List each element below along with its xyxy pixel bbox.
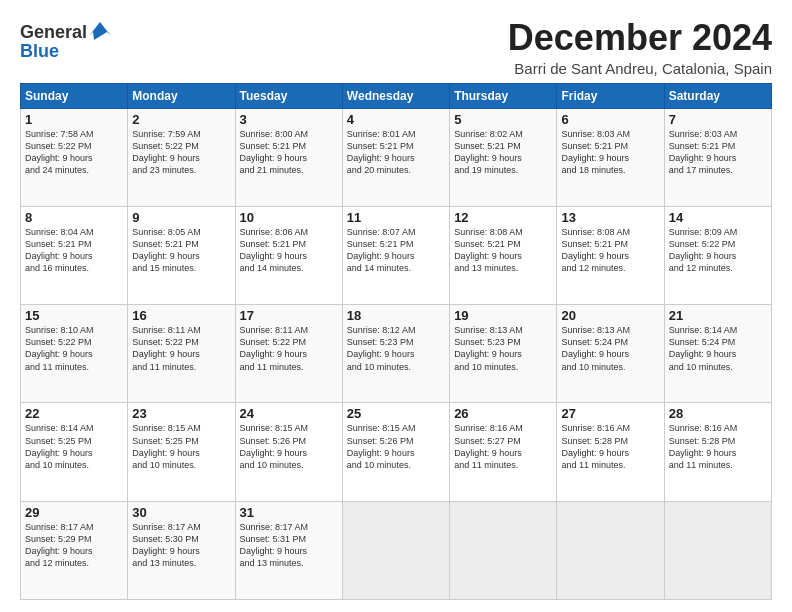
day-info: Sunrise: 8:11 AM Sunset: 5:22 PM Dayligh… — [132, 324, 230, 373]
day-info: Sunrise: 8:05 AM Sunset: 5:21 PM Dayligh… — [132, 226, 230, 275]
day-info: Sunrise: 8:00 AM Sunset: 5:21 PM Dayligh… — [240, 128, 338, 177]
calendar-cell: 21Sunrise: 8:14 AM Sunset: 5:24 PM Dayli… — [664, 305, 771, 403]
day-number: 17 — [240, 308, 338, 323]
calendar-cell: 17Sunrise: 8:11 AM Sunset: 5:22 PM Dayli… — [235, 305, 342, 403]
day-info: Sunrise: 8:01 AM Sunset: 5:21 PM Dayligh… — [347, 128, 445, 177]
day-number: 21 — [669, 308, 767, 323]
day-info: Sunrise: 8:11 AM Sunset: 5:22 PM Dayligh… — [240, 324, 338, 373]
day-info: Sunrise: 8:07 AM Sunset: 5:21 PM Dayligh… — [347, 226, 445, 275]
day-number: 27 — [561, 406, 659, 421]
day-info: Sunrise: 8:17 AM Sunset: 5:31 PM Dayligh… — [240, 521, 338, 570]
page: General Blue December 2024 Barri de Sant… — [0, 0, 792, 612]
day-number: 16 — [132, 308, 230, 323]
header-monday: Monday — [128, 83, 235, 108]
calendar-cell: 27Sunrise: 8:16 AM Sunset: 5:28 PM Dayli… — [557, 403, 664, 501]
header-friday: Friday — [557, 83, 664, 108]
calendar-cell — [450, 501, 557, 599]
calendar-cell — [664, 501, 771, 599]
day-number: 2 — [132, 112, 230, 127]
day-info: Sunrise: 8:16 AM Sunset: 5:27 PM Dayligh… — [454, 422, 552, 471]
title-block: December 2024 Barri de Sant Andreu, Cata… — [508, 18, 772, 77]
day-info: Sunrise: 8:16 AM Sunset: 5:28 PM Dayligh… — [561, 422, 659, 471]
day-info: Sunrise: 8:09 AM Sunset: 5:22 PM Dayligh… — [669, 226, 767, 275]
day-number: 20 — [561, 308, 659, 323]
day-info: Sunrise: 8:04 AM Sunset: 5:21 PM Dayligh… — [25, 226, 123, 275]
header-saturday: Saturday — [664, 83, 771, 108]
day-number: 14 — [669, 210, 767, 225]
calendar-cell: 25Sunrise: 8:15 AM Sunset: 5:26 PM Dayli… — [342, 403, 449, 501]
calendar-cell: 26Sunrise: 8:16 AM Sunset: 5:27 PM Dayli… — [450, 403, 557, 501]
calendar-cell: 8Sunrise: 8:04 AM Sunset: 5:21 PM Daylig… — [21, 206, 128, 304]
day-info: Sunrise: 7:59 AM Sunset: 5:22 PM Dayligh… — [132, 128, 230, 177]
calendar-week-3: 15Sunrise: 8:10 AM Sunset: 5:22 PM Dayli… — [21, 305, 772, 403]
header: General Blue December 2024 Barri de Sant… — [20, 18, 772, 77]
main-title: December 2024 — [508, 18, 772, 58]
logo: General Blue — [20, 22, 111, 62]
calendar-cell: 29Sunrise: 8:17 AM Sunset: 5:29 PM Dayli… — [21, 501, 128, 599]
day-number: 10 — [240, 210, 338, 225]
calendar-cell: 10Sunrise: 8:06 AM Sunset: 5:21 PM Dayli… — [235, 206, 342, 304]
calendar-cell — [342, 501, 449, 599]
day-info: Sunrise: 8:15 AM Sunset: 5:26 PM Dayligh… — [240, 422, 338, 471]
calendar-cell: 11Sunrise: 8:07 AM Sunset: 5:21 PM Dayli… — [342, 206, 449, 304]
calendar-cell: 4Sunrise: 8:01 AM Sunset: 5:21 PM Daylig… — [342, 108, 449, 206]
header-thursday: Thursday — [450, 83, 557, 108]
calendar-cell: 20Sunrise: 8:13 AM Sunset: 5:24 PM Dayli… — [557, 305, 664, 403]
svg-marker-0 — [89, 22, 111, 40]
day-number: 1 — [25, 112, 123, 127]
calendar-cell: 5Sunrise: 8:02 AM Sunset: 5:21 PM Daylig… — [450, 108, 557, 206]
calendar-week-1: 1Sunrise: 7:58 AM Sunset: 5:22 PM Daylig… — [21, 108, 772, 206]
day-number: 15 — [25, 308, 123, 323]
day-info: Sunrise: 8:06 AM Sunset: 5:21 PM Dayligh… — [240, 226, 338, 275]
day-number: 11 — [347, 210, 445, 225]
day-number: 9 — [132, 210, 230, 225]
calendar-cell: 19Sunrise: 8:13 AM Sunset: 5:23 PM Dayli… — [450, 305, 557, 403]
calendar-table: Sunday Monday Tuesday Wednesday Thursday… — [20, 83, 772, 600]
day-number: 29 — [25, 505, 123, 520]
subtitle: Barri de Sant Andreu, Catalonia, Spain — [508, 60, 772, 77]
calendar-cell: 7Sunrise: 8:03 AM Sunset: 5:21 PM Daylig… — [664, 108, 771, 206]
day-number: 13 — [561, 210, 659, 225]
calendar-week-5: 29Sunrise: 8:17 AM Sunset: 5:29 PM Dayli… — [21, 501, 772, 599]
logo-blue: Blue — [20, 41, 59, 62]
day-info: Sunrise: 8:03 AM Sunset: 5:21 PM Dayligh… — [561, 128, 659, 177]
day-info: Sunrise: 8:02 AM Sunset: 5:21 PM Dayligh… — [454, 128, 552, 177]
day-number: 28 — [669, 406, 767, 421]
calendar-cell: 30Sunrise: 8:17 AM Sunset: 5:30 PM Dayli… — [128, 501, 235, 599]
day-number: 7 — [669, 112, 767, 127]
day-info: Sunrise: 8:16 AM Sunset: 5:28 PM Dayligh… — [669, 422, 767, 471]
calendar-cell: 23Sunrise: 8:15 AM Sunset: 5:25 PM Dayli… — [128, 403, 235, 501]
day-number: 26 — [454, 406, 552, 421]
day-number: 6 — [561, 112, 659, 127]
day-info: Sunrise: 8:12 AM Sunset: 5:23 PM Dayligh… — [347, 324, 445, 373]
calendar-cell: 12Sunrise: 8:08 AM Sunset: 5:21 PM Dayli… — [450, 206, 557, 304]
day-info: Sunrise: 8:13 AM Sunset: 5:24 PM Dayligh… — [561, 324, 659, 373]
calendar-cell: 9Sunrise: 8:05 AM Sunset: 5:21 PM Daylig… — [128, 206, 235, 304]
day-number: 31 — [240, 505, 338, 520]
day-info: Sunrise: 8:08 AM Sunset: 5:21 PM Dayligh… — [454, 226, 552, 275]
day-number: 25 — [347, 406, 445, 421]
calendar-cell: 13Sunrise: 8:08 AM Sunset: 5:21 PM Dayli… — [557, 206, 664, 304]
day-number: 24 — [240, 406, 338, 421]
day-info: Sunrise: 8:17 AM Sunset: 5:29 PM Dayligh… — [25, 521, 123, 570]
day-number: 4 — [347, 112, 445, 127]
calendar-week-4: 22Sunrise: 8:14 AM Sunset: 5:25 PM Dayli… — [21, 403, 772, 501]
day-info: Sunrise: 7:58 AM Sunset: 5:22 PM Dayligh… — [25, 128, 123, 177]
header-wednesday: Wednesday — [342, 83, 449, 108]
day-info: Sunrise: 8:14 AM Sunset: 5:24 PM Dayligh… — [669, 324, 767, 373]
calendar-cell: 14Sunrise: 8:09 AM Sunset: 5:22 PM Dayli… — [664, 206, 771, 304]
day-info: Sunrise: 8:03 AM Sunset: 5:21 PM Dayligh… — [669, 128, 767, 177]
day-number: 22 — [25, 406, 123, 421]
header-sunday: Sunday — [21, 83, 128, 108]
calendar-cell: 18Sunrise: 8:12 AM Sunset: 5:23 PM Dayli… — [342, 305, 449, 403]
day-info: Sunrise: 8:08 AM Sunset: 5:21 PM Dayligh… — [561, 226, 659, 275]
header-tuesday: Tuesday — [235, 83, 342, 108]
day-info: Sunrise: 8:15 AM Sunset: 5:26 PM Dayligh… — [347, 422, 445, 471]
day-number: 30 — [132, 505, 230, 520]
day-info: Sunrise: 8:10 AM Sunset: 5:22 PM Dayligh… — [25, 324, 123, 373]
calendar-cell: 1Sunrise: 7:58 AM Sunset: 5:22 PM Daylig… — [21, 108, 128, 206]
calendar-cell: 6Sunrise: 8:03 AM Sunset: 5:21 PM Daylig… — [557, 108, 664, 206]
logo-general: General — [20, 22, 87, 43]
day-info: Sunrise: 8:13 AM Sunset: 5:23 PM Dayligh… — [454, 324, 552, 373]
day-number: 12 — [454, 210, 552, 225]
